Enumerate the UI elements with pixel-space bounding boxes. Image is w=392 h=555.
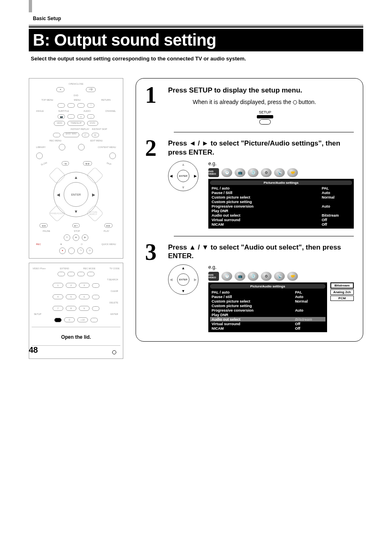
remote-divider-2 (32, 345, 120, 346)
osd-row: Virtual surroundOff (210, 321, 325, 326)
btn-8: 8 (66, 306, 76, 311)
btn-menu (67, 103, 75, 108)
osd-row-value: Auto (295, 295, 324, 299)
btn-easy-navi: EASY NAVI (63, 132, 79, 137)
remote-upper-panel: OPEN/CLOSE ▲ I/⏻ DVD TOP MENU MENU RETUR… (29, 78, 123, 259)
dpad-vertical: ENTER ▲ ▼ ◀ ▶ (168, 264, 198, 295)
dpad-enter: ENTER (64, 182, 88, 207)
osd-icon-disc: 💿 (248, 168, 258, 177)
step-separator-2 (174, 236, 354, 236)
osd-row-key: Custom picture select (212, 195, 322, 199)
arrow-left-icon: ◀ (170, 174, 173, 178)
osd-row: Pause / stillAuto (210, 294, 325, 299)
btn-ch-up: ⌃ (87, 103, 95, 108)
setup-button-graphic: SETUP (176, 110, 354, 125)
step-separator-1 (174, 132, 354, 132)
osd-row-key: Custom picture select (212, 299, 295, 303)
remote-dpad: FRAME/ADJUST PICTURE SEARCH ENTER ▲ ▼ ◀ … (49, 168, 103, 221)
btn-vplus (58, 272, 65, 276)
btn-extend (67, 272, 75, 276)
label-tsearch: T.SEARCH (107, 278, 118, 281)
osd-row-value (322, 200, 350, 204)
btn-skip: ↦ (92, 133, 99, 137)
remote-lower-panel: VIDEO Plus+ EXTEND REC MODE TV CODE T.SE… (29, 263, 123, 359)
osd-row: Progressive conversionAuto (210, 204, 352, 209)
btn-enter-remote (90, 318, 98, 322)
dvd-video-icon: DVD VIDEO (208, 272, 219, 281)
osd-row: Audio out selectBitstream (210, 213, 352, 218)
btn-play: ▶ (82, 234, 88, 241)
option-list: Bitstream Analog 2ch PCM (330, 282, 354, 301)
btn-hdd: HDD (54, 121, 65, 126)
osd-row-key: Progressive conversion (212, 308, 295, 312)
option-pcm: PCM (330, 296, 354, 301)
label-play: PLAY (104, 230, 109, 232)
dpad-horizontal: ENTER ▲ ▼ ◀ ▶ (168, 161, 198, 191)
btn-stop: ■ (73, 234, 79, 241)
rule-thin (29, 25, 363, 25)
osd-row-key: Audio out select (212, 213, 322, 217)
btn-rew: ◀◀ (39, 223, 48, 228)
osd-row-value: Normal (322, 195, 350, 199)
osd-row-key: PAL / auto (212, 186, 322, 190)
osd-row-key: Custom picture setting (212, 304, 295, 308)
osd-row-value (295, 313, 324, 317)
step-3-number: 3 (145, 243, 163, 333)
osd-icon-satellite: 📡 (274, 272, 285, 281)
setup-label: SETUP (259, 110, 271, 114)
osd-icon-tv: 📺 (235, 168, 245, 177)
option-bitstream: Bitstream (330, 282, 354, 289)
lid-pointer-circle (112, 350, 116, 354)
osd-row-key: Virtual surround (212, 218, 322, 222)
osd-row-value: Normal (295, 299, 324, 303)
osd-row-value (322, 209, 350, 213)
label-dvd: DVD (74, 94, 78, 97)
btn-clear (92, 295, 99, 299)
osd-row-value (295, 304, 324, 308)
arrow-down-icon: ▼ (74, 209, 78, 214)
btn-star (68, 247, 75, 254)
osd-row-key: Custom picture setting (212, 200, 322, 204)
step-1-note: When it is already displayed, press the … (193, 99, 354, 105)
osd-icon-hand: 🤝 (287, 272, 298, 281)
btn-return (77, 103, 85, 108)
label-rec-mode: REC MODE (83, 267, 96, 270)
osd-row-key: PAL / auto (212, 290, 295, 294)
label-audio: AUDIO (83, 110, 90, 112)
label-skip: SKIP (106, 162, 112, 166)
osd-row: Custom picture setting (210, 303, 325, 308)
btn-o: ↷ (77, 247, 84, 254)
label-setup: SETUP (34, 313, 41, 315)
osd-row: Custom picture selectNormal (210, 299, 325, 303)
margin-tab (29, 0, 32, 12)
btn-3: 3 (79, 283, 90, 288)
arrow-up-icon: ▲ (182, 266, 185, 270)
btn-audio: ∞ (77, 114, 85, 119)
osd-row: Play DNR (210, 209, 352, 213)
btn-recmode (77, 272, 85, 276)
osd-row: PAL / autoPAL (210, 186, 352, 191)
osd-row: Custom picture setting (210, 200, 352, 204)
btn-ff: ▶▶ (104, 223, 113, 228)
btn-content-menu (109, 153, 116, 159)
btn-pause: II (64, 234, 70, 241)
osd-row-value: PAL (295, 290, 324, 294)
btn-1: 1 (53, 283, 63, 288)
arrow-left-icon: ◀ (57, 192, 60, 197)
arrow-right-icon: ▶ (194, 278, 197, 282)
osd-row-key: Play DNR (212, 209, 322, 213)
title-bar: B: Output sound setting (29, 29, 363, 51)
step-2-title: Press ◄ / ► to select "Picture/Audio set… (168, 139, 354, 157)
btn-rec-menu (59, 144, 65, 150)
label-rec: REC (36, 243, 41, 245)
btn-4: 4 (53, 294, 63, 299)
btn-replay: ↶ (82, 133, 89, 137)
section-label: Basic Setup (29, 12, 363, 23)
eject-button: ▲ (56, 87, 65, 92)
osd-icon-clock: 🕐 (221, 168, 232, 177)
btn-play-mid: ▶II (72, 223, 80, 228)
label-star: ★ (60, 243, 62, 245)
btn-blank (53, 133, 60, 137)
osd-row-key: NICAM (212, 326, 295, 331)
label-tv-code: TV CODE (109, 267, 119, 270)
